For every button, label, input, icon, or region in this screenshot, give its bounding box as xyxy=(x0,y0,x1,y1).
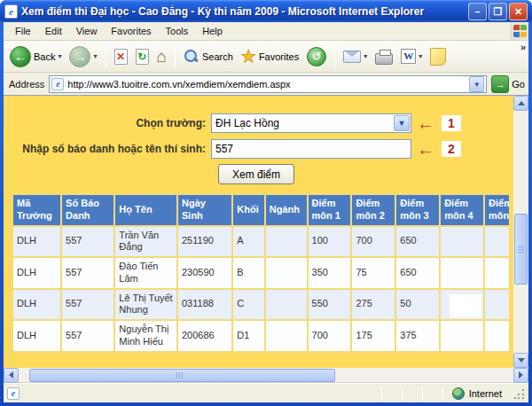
school-select[interactable]: ĐH Lạc Hồng ▼ xyxy=(211,113,411,133)
table-cell: DLH xyxy=(12,257,61,289)
vertical-scroll-thumb[interactable] xyxy=(514,214,528,285)
annotation-number: 1 xyxy=(442,115,461,131)
windows-logo-blue xyxy=(513,32,520,37)
search-button[interactable]: Search xyxy=(181,48,236,66)
table-row: DLH557Đào Tiến Lâm230590B35075650 xyxy=(12,257,509,289)
chevron-down-icon[interactable]: ▼ xyxy=(394,115,410,131)
table-cell xyxy=(440,289,484,321)
internet-globe-icon xyxy=(452,387,465,400)
horizontal-scrollbar[interactable] xyxy=(4,368,528,383)
school-select-label: Chọn trường: xyxy=(4,117,211,129)
lookup-form: Chọn trường: ĐH Lạc Hồng ▼ ← 1 Nhập số b… xyxy=(4,96,513,184)
back-button[interactable]: ← Back ▾ xyxy=(7,45,64,68)
status-panel xyxy=(404,386,420,401)
scroll-right-button[interactable] xyxy=(513,368,528,383)
table-cell: DLH xyxy=(12,226,61,258)
column-header: Khối xyxy=(232,194,264,226)
menu-item-favorites[interactable]: Favorites xyxy=(105,24,157,38)
table-cell: 50 xyxy=(395,289,440,321)
stop-icon: ✕ xyxy=(114,49,128,65)
table-cell: 175 xyxy=(351,320,395,352)
address-dropdown-button[interactable]: ▼ xyxy=(469,76,484,92)
table-cell xyxy=(265,289,308,321)
arrow-up-icon xyxy=(518,101,525,105)
table-cell: DLH xyxy=(12,289,61,321)
toolbar-overflow-chevron[interactable]: » xyxy=(520,42,526,52)
table-cell: 700 xyxy=(308,320,352,352)
table-cell: DLH xyxy=(12,320,61,352)
favorites-star-icon: ★ xyxy=(241,49,256,65)
column-header: Ngành xyxy=(265,194,308,226)
address-input[interactable]: e http://www3.tuoitre.com.vn/xemdiem/xem… xyxy=(49,75,487,93)
client-area: FileEditViewFavoritesToolsHelp ← Back ▾ … xyxy=(4,22,528,402)
resize-grip[interactable] xyxy=(514,388,525,399)
vertical-scroll-track[interactable] xyxy=(513,111,528,353)
horizontal-scroll-thumb[interactable] xyxy=(29,369,335,382)
mail-dropdown-icon[interactable]: ▾ xyxy=(364,52,367,60)
candidate-id-input[interactable]: 557 xyxy=(211,139,411,159)
minimize-button[interactable]: – xyxy=(468,3,487,20)
table-cell xyxy=(484,257,509,289)
table-cell: C xyxy=(232,289,264,321)
status-page-icon: e xyxy=(7,387,20,400)
table-cell: 275 xyxy=(351,289,395,321)
table-cell xyxy=(484,289,509,321)
menu-bar: FileEditViewFavoritesToolsHelp xyxy=(4,22,528,41)
edit-with-word-button[interactable]: W ▾ xyxy=(398,48,425,65)
annotation-1: ← 1 xyxy=(417,115,461,131)
table-cell xyxy=(440,226,484,258)
refresh-button[interactable]: ↻ xyxy=(133,48,152,66)
close-button[interactable]: ✕ xyxy=(509,3,528,20)
arrow-right-icon xyxy=(519,371,523,379)
column-header: Số Báo Danh xyxy=(61,194,114,226)
table-cell: 550 xyxy=(308,289,352,321)
notes-button[interactable] xyxy=(427,47,449,66)
table-cell: 251190 xyxy=(177,226,232,258)
vertical-scrollbar[interactable] xyxy=(513,96,528,368)
history-button[interactable]: ↺ xyxy=(304,46,329,67)
status-separator xyxy=(442,386,443,401)
scroll-left-button[interactable] xyxy=(4,368,19,383)
forward-button[interactable]: → ▾ xyxy=(66,45,99,68)
stop-button[interactable]: ✕ xyxy=(112,48,130,66)
status-separator xyxy=(402,386,403,401)
menu-item-edit[interactable]: Edit xyxy=(39,24,68,38)
table-cell: Trần Văn Đẳng xyxy=(114,226,177,258)
web-page: Chọn trường: ĐH Lạc Hồng ▼ ← 1 Nhập số b… xyxy=(4,96,513,368)
favorites-button[interactable]: ★ Favorites xyxy=(239,48,301,66)
table-cell: 200686 xyxy=(177,320,232,352)
forward-dropdown-icon[interactable]: ▾ xyxy=(93,52,97,60)
security-zone: Internet xyxy=(445,387,509,400)
scroll-up-button[interactable] xyxy=(513,96,528,111)
table-cell: 557 xyxy=(61,289,114,321)
menu-item-view[interactable]: View xyxy=(70,24,104,38)
print-button[interactable] xyxy=(372,48,395,66)
refresh-icon: ↻ xyxy=(136,49,149,65)
maximize-button[interactable]: ❒ xyxy=(489,3,507,20)
table-cell xyxy=(484,320,509,352)
back-dropdown-icon[interactable]: ▾ xyxy=(58,52,61,60)
horizontal-scroll-track[interactable] xyxy=(19,368,513,383)
menu-item-help[interactable]: Help xyxy=(196,24,229,38)
view-scores-button[interactable]: Xem điểm xyxy=(218,164,294,184)
home-button[interactable]: ⌂ xyxy=(154,48,169,66)
table-cell xyxy=(265,226,308,258)
status-separator xyxy=(381,386,382,401)
table-cell: Lê Thị Tuyết Nhung xyxy=(114,289,177,321)
annotation-arrow-icon: ← xyxy=(417,115,434,131)
table-cell: 650 xyxy=(395,257,440,289)
column-header: Điểm môn 1 xyxy=(308,194,352,226)
column-header: Điểm môn 3 xyxy=(395,194,440,226)
column-header: Điểm môn 5 xyxy=(484,194,509,226)
mail-button[interactable]: ▾ xyxy=(340,50,370,64)
table-cell: 230590 xyxy=(177,257,232,289)
menu-item-file[interactable]: File xyxy=(9,24,37,38)
menu-item-tools[interactable]: Tools xyxy=(160,24,195,38)
annotation-2: ← 2 xyxy=(417,141,461,157)
go-button[interactable]: → Go xyxy=(491,75,525,93)
address-url[interactable]: http://www3.tuoitre.com.vn/xemdiem/xemdi… xyxy=(67,79,466,90)
windows-logo-yellow xyxy=(520,32,527,37)
scroll-down-button[interactable] xyxy=(513,353,528,368)
word-dropdown-icon[interactable]: ▾ xyxy=(419,52,422,60)
column-header: Điểm môn 4 xyxy=(440,194,484,226)
